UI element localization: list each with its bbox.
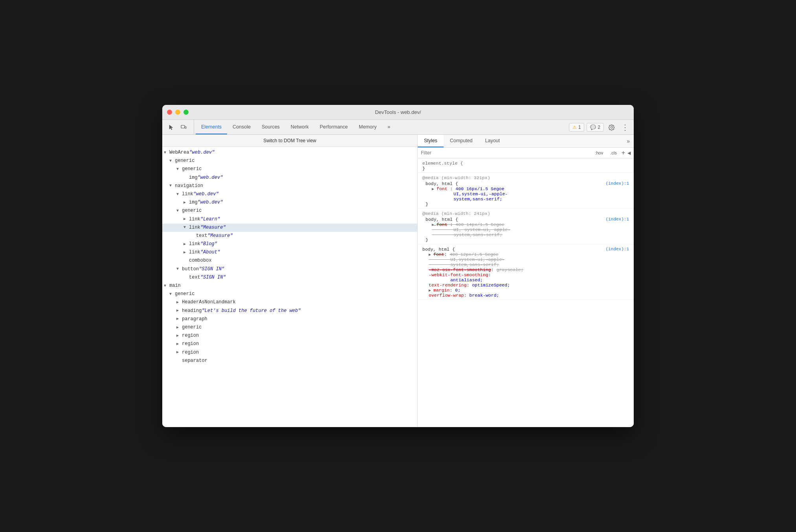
hov-button[interactable]: :hov [592, 149, 605, 156]
tab-styles[interactable]: Styles [418, 135, 444, 147]
css-prop-overflow-wrap: overflow-wrap: break-word; [422, 293, 629, 298]
message-icon: 💬 [590, 125, 596, 130]
tree-row-generic2[interactable]: generic [162, 165, 417, 173]
devtools-window: DevTools - web.dev/ Elements Console So [162, 105, 634, 427]
dom-tree-switch[interactable]: Switch to DOM Tree view [162, 135, 417, 147]
device-toolbar-button[interactable] [178, 122, 189, 133]
tree-row-region1[interactable]: region [162, 332, 417, 340]
tree-row-link-about[interactable]: link "About" [162, 248, 417, 257]
tree-arrow-link-blog[interactable] [183, 241, 189, 248]
tree-row-img-webdev[interactable]: img "web.dev" [162, 198, 417, 207]
css-prop-font-241: ▶ font : 400 14px/1.5 Segoe UI, system-u… [426, 222, 629, 237]
tree-arrow-generic3[interactable] [176, 208, 182, 214]
cursor-icon [168, 124, 174, 130]
tab-elements[interactable]: Elements [196, 120, 227, 134]
tree-row-generic1[interactable]: generic [162, 157, 417, 165]
css-selector-241: body, html { (index):1 [426, 217, 629, 222]
tree-row-separator[interactable]: separator [162, 357, 417, 365]
devtools-toolbar: Elements Console Sources Network Perform… [162, 120, 634, 135]
tree-arrow-generic2[interactable] [176, 166, 182, 172]
tree-row-header-nonlandmark[interactable]: HeaderAsNonLandmark [162, 298, 417, 306]
styles-filter-input[interactable] [421, 150, 590, 156]
margin-triangle[interactable]: ▶ [429, 288, 433, 293]
traffic-lights [167, 110, 189, 115]
font-triangle-241[interactable]: ▶ [432, 223, 437, 227]
tab-performance[interactable]: Performance [314, 120, 354, 134]
tree-row-region3[interactable]: region [162, 349, 417, 357]
tree-arrow-main[interactable] [164, 283, 169, 289]
toolbar-icon-group [165, 120, 194, 134]
font-triangle-321[interactable]: ▶ [432, 187, 437, 191]
settings-button[interactable] [606, 122, 617, 133]
add-style-button[interactable]: + [622, 149, 625, 156]
tab-memory[interactable]: Memory [353, 120, 382, 134]
tree-row-webarea[interactable]: WebArea "web.dev" [162, 149, 417, 157]
css-selector-element: element.style { [422, 161, 629, 166]
tree-arrow-generic5[interactable] [176, 325, 182, 331]
cursor-tool-button[interactable] [165, 122, 176, 133]
tab-layout[interactable]: Layout [479, 135, 506, 147]
cls-button[interactable]: .cls [608, 149, 619, 156]
warning-icon: ⚠ [572, 125, 577, 130]
window-title: DevTools - web.dev/ [375, 109, 421, 115]
close-button[interactable] [167, 110, 172, 115]
style-arrow-button[interactable]: ◀ [627, 150, 631, 156]
messages-button[interactable]: 💬 2 [587, 123, 604, 132]
tree-row-generic4[interactable]: generic [162, 290, 417, 298]
tree-row-link-blog[interactable]: link "Blog" [162, 240, 417, 248]
tree-row-region2[interactable]: region [162, 340, 417, 348]
tree-row-link-learn[interactable]: link "Learn" [162, 215, 417, 224]
tab-computed[interactable]: Computed [444, 135, 479, 147]
tree-row-combobox[interactable]: combobox [162, 257, 417, 265]
dom-tree[interactable]: WebArea "web.dev" generic [162, 147, 417, 427]
font-triangle-body[interactable]: ▶ [429, 253, 433, 257]
tree-row-heading[interactable]: heading "Let's build the future of the w… [162, 307, 417, 315]
tree-row-generic5[interactable]: generic [162, 323, 417, 332]
tree-arrow-link-about[interactable] [183, 249, 189, 256]
minimize-button[interactable] [175, 110, 180, 115]
maximize-button[interactable] [183, 110, 189, 115]
tree-arrow-generic1[interactable] [169, 158, 175, 164]
tab-more[interactable]: » [382, 120, 396, 134]
tree-arrow-button-signin[interactable] [176, 266, 182, 272]
tree-arrow-heading[interactable] [176, 308, 182, 314]
styles-tab-more[interactable]: » [623, 135, 634, 147]
tree-row-button-signin[interactable]: button "SIGN IN" [162, 265, 417, 273]
tab-network[interactable]: Network [285, 120, 314, 134]
tree-arrow-navigation[interactable] [169, 183, 175, 189]
tree-arrow-paragraph[interactable] [176, 316, 182, 322]
tree-row-generic3[interactable]: generic [162, 207, 417, 215]
tree-arrow-region3[interactable] [176, 349, 182, 356]
tab-console[interactable]: Console [227, 120, 256, 134]
tree-row-main[interactable]: main [162, 282, 417, 290]
titlebar: DevTools - web.dev/ [162, 105, 634, 120]
warnings-button[interactable]: ⚠ 1 [569, 123, 585, 132]
dom-panel: Switch to DOM Tree view WebArea "web.dev… [162, 135, 418, 427]
styles-filter-bar: :hov .cls + ◀ [418, 148, 634, 158]
more-options-button[interactable]: ⋮ [620, 122, 631, 133]
tree-arrow-link-learn[interactable] [183, 216, 189, 222]
styles-panel: Styles Computed Layout » :hov .cls + ◀ [418, 135, 634, 427]
css-media-query-321: @media (min-width: 321px) [422, 175, 629, 181]
css-prop-text-rendering: text-rendering: optimizeSpeed; [422, 283, 629, 288]
tab-sources[interactable]: Sources [256, 120, 285, 134]
svg-rect-1 [185, 127, 186, 128]
tree-row-navigation[interactable]: navigation [162, 182, 417, 190]
tree-arrow-img-webdev[interactable] [183, 200, 189, 206]
tree-arrow-link-webdev[interactable] [176, 191, 182, 198]
tree-arrow-region1[interactable] [176, 333, 182, 339]
tree-row-img1[interactable]: img "web.dev" [162, 174, 417, 182]
tree-row-link-measure[interactable]: link "Measure" [162, 224, 417, 232]
tree-arrow-link-measure[interactable] [183, 224, 189, 231]
css-selector-body: body, html { (index):1 [422, 247, 629, 252]
tree-row-text-signin[interactable]: text "SIGN IN" [162, 273, 417, 282]
tree-arrow-region2[interactable] [176, 341, 182, 347]
gear-icon [608, 124, 615, 131]
tree-arrow-generic4[interactable] [169, 291, 175, 297]
tree-row-text-measure[interactable]: text "Measure" [162, 232, 417, 240]
tree-arrow-header-nonlandmark[interactable] [176, 299, 182, 306]
tree-arrow-webarea[interactable] [164, 150, 169, 156]
css-prop-margin: ▶ margin: 0; [422, 288, 629, 293]
tree-row-paragraph[interactable]: paragraph [162, 315, 417, 323]
tree-row-link-webdev[interactable]: link "web.dev" [162, 190, 417, 198]
